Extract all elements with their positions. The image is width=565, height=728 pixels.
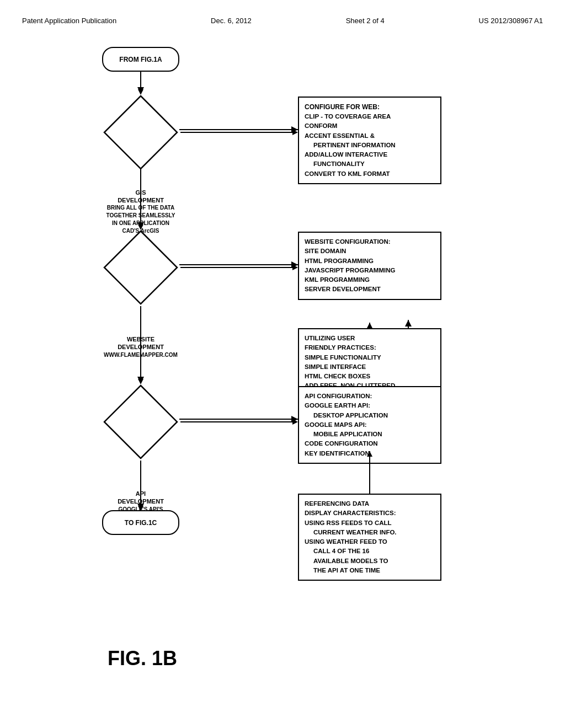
figure-label: FIG. 1B <box>108 647 177 670</box>
from-fig-node: FROM FIG.1A <box>102 47 179 72</box>
gis-config-box: CONFIGURE FOR WEB: CLIP - TO COVERAGE AR… <box>298 97 441 184</box>
svg-marker-19 <box>104 231 177 304</box>
svg-marker-26 <box>292 130 298 135</box>
header-publication: Patent Application Publication <box>22 17 116 25</box>
api-config-box: API CONFIGURATION: GOOGLE EARTH API: DES… <box>298 386 441 464</box>
svg-marker-30 <box>292 265 298 270</box>
website-development-diamond: WEBSITEDEVELOPMENTWWW.FLAMEMAPPER.COM <box>102 229 179 306</box>
svg-marker-15 <box>291 416 298 422</box>
additional-arrows <box>22 36 543 687</box>
header-date: Dec. 6, 2012 <box>211 17 252 25</box>
diagram-area: FROM FIG.1A GISDEVELOPMENTBRING ALL OF T… <box>22 36 543 687</box>
svg-marker-1 <box>137 87 144 94</box>
flow-arrows <box>22 36 543 687</box>
svg-marker-32 <box>367 323 372 328</box>
header-sheet: Sheet 2 of 4 <box>346 17 385 25</box>
svg-marker-13 <box>405 320 412 326</box>
referencing-data-box: REFERENCING DATA DISPLAY CHARACTERISTICS… <box>298 494 441 581</box>
svg-marker-18 <box>104 96 177 169</box>
svg-marker-36 <box>292 419 298 425</box>
svg-marker-9 <box>291 126 298 133</box>
svg-marker-11 <box>291 261 298 268</box>
website-config-box: WEBSITE CONFIGURATION: SITE DOMAIN HTML … <box>298 232 441 300</box>
svg-marker-20 <box>104 386 177 458</box>
to-fig-node: TO FIG.1C <box>102 510 179 535</box>
page: Patent Application Publication Dec. 6, 2… <box>0 0 565 728</box>
gis-development-diamond: GISDEVELOPMENTBRING ALL OF THE DATATOGET… <box>102 94 179 171</box>
page-header: Patent Application Publication Dec. 6, 2… <box>22 11 543 36</box>
api-development-diamond: APIDEVELOPMENTGOOGLE'S API'S <box>102 383 179 461</box>
header-patent: US 2012/308967 A1 <box>479 17 543 25</box>
